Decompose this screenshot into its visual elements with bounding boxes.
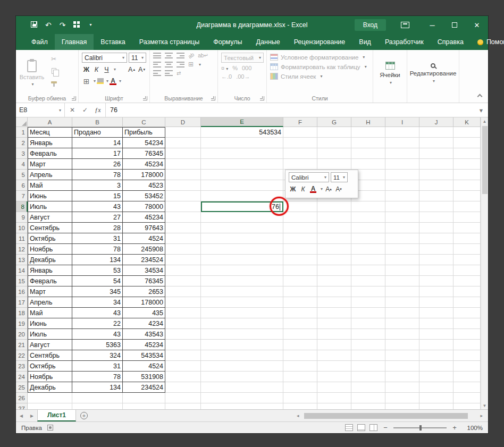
cell-E17[interactable] xyxy=(201,297,283,308)
cell-A10[interactable]: Сентябрь xyxy=(28,223,72,233)
cell-K18[interactable] xyxy=(453,308,481,318)
cell-A21[interactable]: Август xyxy=(28,340,72,350)
cell-B7[interactable]: 15 xyxy=(72,191,123,201)
cell-A17[interactable]: Апрель xyxy=(28,297,72,308)
cell-G21[interactable] xyxy=(317,340,351,350)
cell-E11[interactable] xyxy=(201,233,283,244)
cell-A11[interactable]: Октябрь xyxy=(28,233,72,244)
cell-G1[interactable] xyxy=(317,127,351,138)
cell-E1[interactable]: 543534 xyxy=(201,127,283,138)
cell-F17[interactable] xyxy=(283,297,317,308)
cell-A24[interactable]: Ноябрь xyxy=(28,372,72,382)
cell-I26[interactable] xyxy=(385,393,419,403)
ribbon-display-options-icon[interactable] xyxy=(401,22,409,28)
cell-K21[interactable] xyxy=(453,340,481,350)
cell-J27[interactable] xyxy=(419,403,453,409)
formula-input[interactable]: 76 xyxy=(106,103,474,117)
cell-H20[interactable] xyxy=(351,329,385,340)
undo-icon[interactable]: ↶ xyxy=(45,21,52,29)
cell-J22[interactable] xyxy=(419,350,453,361)
paste-button[interactable]: Вставить ▾ xyxy=(19,53,45,94)
cell-E2[interactable] xyxy=(201,138,283,148)
expand-formula-bar-icon[interactable]: ▾ xyxy=(474,103,488,117)
cell-E6[interactable] xyxy=(201,180,283,191)
minimize-button[interactable]: ─ xyxy=(421,16,443,34)
cell-D10[interactable] xyxy=(165,223,201,233)
cell-G26[interactable] xyxy=(317,393,351,403)
cell-D3[interactable] xyxy=(165,148,201,159)
cell-C19[interactable]: 4234 xyxy=(123,318,165,329)
cell-B4[interactable]: 26 xyxy=(72,159,123,170)
cell-C23[interactable]: 4524 xyxy=(123,361,165,372)
cell-F2[interactable] xyxy=(283,138,317,148)
cell-J18[interactable] xyxy=(419,308,453,318)
touch-mode-icon[interactable] xyxy=(73,21,80,29)
insert-function-button[interactable]: ƒx xyxy=(91,103,104,117)
close-button[interactable]: ✕ xyxy=(466,16,488,34)
cell-A13[interactable]: Декабрь xyxy=(28,255,72,265)
cell-E15[interactable] xyxy=(201,276,283,286)
cell-G15[interactable] xyxy=(317,276,351,286)
cell-B23[interactable]: 31 xyxy=(72,361,123,372)
cell-B19[interactable]: 22 xyxy=(72,318,123,329)
cut-button[interactable]: ✂ xyxy=(48,54,60,64)
cell-C3[interactable]: 76345 xyxy=(123,148,165,159)
tab-developer[interactable]: Разработчик xyxy=(378,34,431,50)
cell-F8[interactable] xyxy=(283,201,317,212)
cell-K10[interactable] xyxy=(453,223,481,233)
cell-A22[interactable]: Сентябрь xyxy=(28,350,72,361)
cell-C20[interactable]: 43543 xyxy=(123,329,165,340)
cell-C8[interactable]: 78000 xyxy=(123,201,165,212)
row-header-21[interactable]: 21 xyxy=(16,340,28,350)
cell-J8[interactable] xyxy=(419,201,453,212)
cell-K19[interactable] xyxy=(453,318,481,329)
row-header-7[interactable]: 7 xyxy=(16,191,28,201)
cell-H15[interactable] xyxy=(351,276,385,286)
row-header-19[interactable]: 19 xyxy=(16,318,28,329)
cell-I13[interactable] xyxy=(385,255,419,265)
row-header-24[interactable]: 24 xyxy=(16,372,28,382)
cell-K20[interactable] xyxy=(453,329,481,340)
tab-review[interactable]: Рецензирование xyxy=(287,34,352,50)
cell-G19[interactable] xyxy=(317,318,351,329)
cell-J4[interactable] xyxy=(419,159,453,170)
comma-style-button[interactable]: 000 xyxy=(242,65,251,71)
cell-C22[interactable]: 543534 xyxy=(123,350,165,361)
cell-E21[interactable] xyxy=(201,340,283,350)
cell-I24[interactable] xyxy=(385,372,419,382)
align-center-icon[interactable] xyxy=(165,62,173,68)
cell-D16[interactable] xyxy=(165,286,201,297)
cell-K24[interactable] xyxy=(453,372,481,382)
cell-H27[interactable] xyxy=(351,403,385,409)
cell-I23[interactable] xyxy=(385,361,419,372)
row-header-13[interactable]: 13 xyxy=(16,255,28,265)
row-header-15[interactable]: 15 xyxy=(16,276,28,286)
row-header-4[interactable]: 4 xyxy=(16,159,28,170)
cell-D21[interactable] xyxy=(165,340,201,350)
cell-B25[interactable]: 134 xyxy=(72,382,123,393)
cell-A9[interactable]: Август xyxy=(28,212,72,223)
cell-J24[interactable] xyxy=(419,372,453,382)
enter-entry-button[interactable]: ✓ xyxy=(79,103,91,117)
cell-K5[interactable] xyxy=(453,170,481,180)
row-header-20[interactable]: 20 xyxy=(16,329,28,340)
format-painter-button[interactable] xyxy=(48,78,60,87)
tab-help[interactable]: Справка xyxy=(431,34,471,50)
cell-G17[interactable] xyxy=(317,297,351,308)
cell-F13[interactable] xyxy=(283,255,317,265)
increase-font-size-button[interactable]: А▴ xyxy=(127,65,136,74)
cell-F16[interactable] xyxy=(283,286,317,297)
cell-K2[interactable] xyxy=(453,138,481,148)
number-dialog-launcher-icon[interactable] xyxy=(260,96,264,100)
cell-K26[interactable] xyxy=(453,393,481,403)
cell-G8[interactable] xyxy=(317,201,351,212)
cell-A3[interactable]: Февраль xyxy=(28,148,72,159)
cell-I12[interactable] xyxy=(385,244,419,255)
conditional-formatting-button[interactable]: Условное форматирование ▾ xyxy=(270,54,369,61)
tab-page-layout[interactable]: Разметка страницы xyxy=(132,34,206,50)
cell-K8[interactable] xyxy=(453,201,481,212)
cell-B3[interactable]: 17 xyxy=(72,148,123,159)
decrease-font-size-button[interactable]: А▾ xyxy=(137,65,146,74)
accounting-format-button[interactable]: ¤▾ xyxy=(221,65,228,71)
cell-H10[interactable] xyxy=(351,223,385,233)
